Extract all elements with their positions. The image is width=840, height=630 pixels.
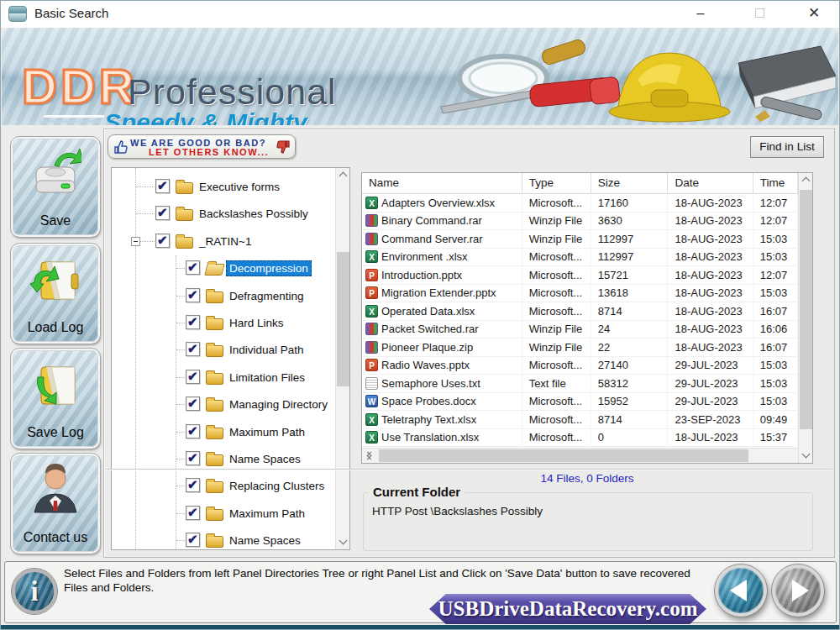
load-log-folder-icon xyxy=(29,254,81,309)
table-row[interactable]: PMigration Extender.pptxMicrosoft...1361… xyxy=(362,285,798,303)
table-row[interactable]: Command Server.rarWinzip File11299718-AU… xyxy=(362,230,798,249)
tree-item[interactable]: ✔Limitation Files xyxy=(112,364,335,391)
folder-icon xyxy=(176,209,193,221)
tree-item[interactable]: ✔Backslashes Possibly xyxy=(112,200,335,227)
minimize-button[interactable]: – xyxy=(681,1,720,26)
tree-item-label[interactable]: Defragmenting xyxy=(226,288,307,304)
tree-checkbox[interactable]: ✔ xyxy=(186,478,200,492)
table-row[interactable]: XOperated Data.xlsxMicrosoft...871418-AU… xyxy=(362,302,798,321)
table-row[interactable]: XAdapters Overview.xlsxMicrosoft...17160… xyxy=(362,194,798,213)
column-header-type[interactable]: Type xyxy=(522,173,591,194)
tree-checkbox[interactable]: ✔ xyxy=(186,260,200,275)
load-log-button[interactable]: Load Log xyxy=(11,244,100,344)
tree-checkbox[interactable]: ✔ xyxy=(186,370,200,384)
cell-date: 18-AUG-2023 xyxy=(668,320,753,339)
tree-item-label[interactable]: Replacing Clusters xyxy=(226,478,328,494)
checkmark-icon: ✔ xyxy=(187,477,198,492)
column-header-size[interactable]: Size xyxy=(591,173,669,194)
table-row[interactable]: WSpace Probes.docxMicrosoft...1595229-JU… xyxy=(362,393,798,412)
tree-item-label[interactable]: Maximum Path xyxy=(226,506,308,522)
tree-checkbox[interactable]: ✔ xyxy=(155,234,170,248)
contact-person-icon xyxy=(29,464,81,519)
tree-item-label[interactable]: Managing Directory xyxy=(226,396,331,412)
file-name-text: Packet Switched.rar xyxy=(381,320,479,339)
brand-product: Professional xyxy=(128,71,337,113)
file-type-icon-excel: X xyxy=(365,431,378,444)
tree-checkbox[interactable]: ✔ xyxy=(186,451,200,465)
tree-connector xyxy=(176,377,185,378)
scroll-down-icon[interactable] xyxy=(336,535,350,549)
table-row[interactable]: XUse Translation.xlsxMicrosoft...018-JUL… xyxy=(362,429,798,448)
tree-item-label[interactable]: Hard Links xyxy=(226,315,287,331)
tree-item[interactable]: ✔Executive forms xyxy=(112,173,335,200)
tree-item[interactable]: ✔Managing Directory xyxy=(112,391,335,417)
tree-item[interactable]: ✔Replacing Clusters xyxy=(112,472,335,499)
tree-item[interactable]: ✔_RATIN~1 xyxy=(112,228,335,255)
table-row[interactable]: PIntroduction.pptxMicrosoft...1572118-AU… xyxy=(362,266,798,285)
file-list-vertical-scrollbar[interactable] xyxy=(798,173,812,463)
column-header-date[interactable]: Date xyxy=(668,173,753,194)
table-row[interactable]: Pioneer Plaque.zipWinzip File2218-AUG-20… xyxy=(362,339,798,357)
scroll-right-icon[interactable] xyxy=(362,449,376,463)
contact-us-button[interactable]: Contact us xyxy=(11,454,100,554)
table-row[interactable]: Semaphore Uses.txtText file5831229-JUL-2… xyxy=(362,375,798,393)
cell-type: Microsoft... xyxy=(522,248,591,266)
file-list-scrollbar-thumb[interactable] xyxy=(800,190,812,429)
tree-checkbox[interactable]: ✔ xyxy=(155,179,170,193)
file-list-horizontal-scrollbar[interactable] xyxy=(362,448,798,463)
scroll-up-icon[interactable] xyxy=(799,173,813,187)
save-button-label: Save xyxy=(13,213,98,228)
tree-checkbox[interactable]: ✔ xyxy=(186,315,200,329)
tree-item-label[interactable]: Limitation Files xyxy=(226,370,308,386)
tree-checkbox[interactable]: ✔ xyxy=(186,506,200,520)
find-in-list-button[interactable]: Find in List xyxy=(750,136,824,158)
tree-scrollbar-thumb[interactable] xyxy=(337,252,349,386)
tree-item-label[interactable]: Name Spaces xyxy=(226,533,304,549)
tree-item-label[interactable]: _RATIN~1 xyxy=(196,234,255,249)
tree-checkbox[interactable]: ✔ xyxy=(186,424,200,438)
tree-item[interactable]: ✔Hard Links xyxy=(112,309,335,336)
feedback-banner-button[interactable]: WE ARE GOOD OR BAD? LET OTHERS KNOW... xyxy=(108,134,296,159)
website-banner[interactable]: USBDriveDataRecovery.com xyxy=(429,594,706,624)
tree-item[interactable]: ✔Maximum Path xyxy=(112,500,335,527)
close-button[interactable]: ✕ xyxy=(795,1,833,26)
table-row[interactable]: XEnvironment .xlsxMicrosoft...11299718-A… xyxy=(362,249,798,267)
tree-item-label[interactable]: Maximum Path xyxy=(226,424,308,440)
back-arrow-icon xyxy=(730,580,747,601)
tree-checkbox[interactable]: ✔ xyxy=(186,396,200,411)
table-row[interactable]: PRadio Waves.pptxMicrosoft...2714029-JUL… xyxy=(362,357,798,375)
column-header-name[interactable]: Name xyxy=(362,173,522,194)
tree-item-label[interactable]: Backslashes Possibly xyxy=(196,206,312,222)
tree-checkbox[interactable]: ✔ xyxy=(155,206,170,220)
maximize-button[interactable] xyxy=(740,1,779,26)
tree-item[interactable]: ✔Maximum Path xyxy=(112,418,335,445)
table-row[interactable]: Binary Command.rarWinzip File363018-AUG-… xyxy=(362,213,798,231)
back-button[interactable] xyxy=(715,564,767,617)
tree-vertical-scrollbar[interactable] xyxy=(335,168,349,549)
save-log-button[interactable]: Save Log xyxy=(11,349,100,449)
tree-checkbox[interactable]: ✔ xyxy=(186,342,200,356)
scroll-down-icon[interactable] xyxy=(799,449,813,463)
tree-item-label[interactable]: Individual Path xyxy=(226,342,307,358)
tree-collapse-icon[interactable] xyxy=(131,237,140,246)
tree-checkbox[interactable]: ✔ xyxy=(186,288,200,302)
file-list-hscrollbar-thumb[interactable] xyxy=(379,449,748,462)
tree-item-label[interactable]: Executive forms xyxy=(196,179,283,195)
column-header-time[interactable]: Time xyxy=(753,173,798,194)
table-row[interactable]: XTeletraphy Text.xlsxMicrosoft...871423-… xyxy=(362,411,798,429)
tree-item[interactable]: ✔Defragmenting xyxy=(112,282,335,309)
tree-connector xyxy=(136,213,155,214)
forward-button[interactable] xyxy=(772,564,824,617)
tree-item-label[interactable]: Name Spaces xyxy=(226,451,304,467)
table-row[interactable]: Packet Switched.rarWinzip File2418-AUG-2… xyxy=(362,321,798,339)
cell-time: 15:03 xyxy=(753,284,798,302)
tree-item-label[interactable]: Decompression xyxy=(226,260,312,276)
speed-lines-decoration xyxy=(39,115,105,123)
save-button[interactable]: Save xyxy=(11,137,100,237)
tree-item[interactable]: ✔Decompression xyxy=(112,255,335,281)
tree-item[interactable]: ✔Name Spaces xyxy=(112,527,335,549)
cell-date: 29-JUL-2023 xyxy=(668,356,753,375)
scroll-up-icon[interactable] xyxy=(336,168,350,182)
tree-item[interactable]: ✔Individual Path xyxy=(112,336,335,363)
tree-checkbox[interactable]: ✔ xyxy=(186,533,200,547)
